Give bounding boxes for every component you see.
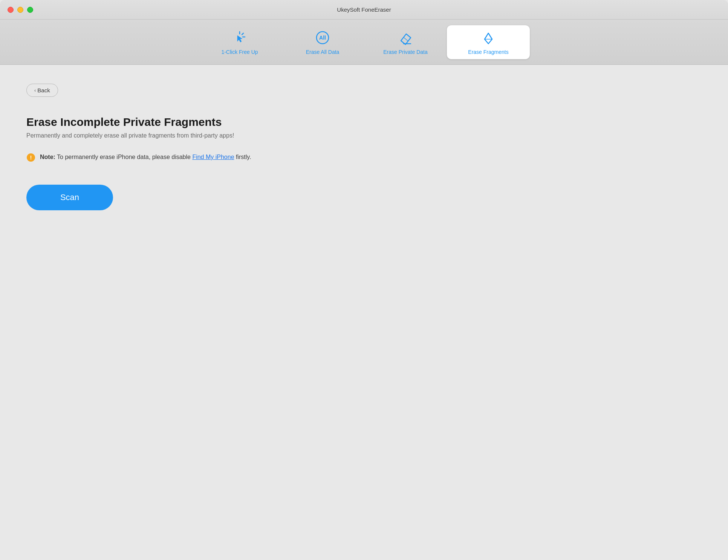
tab-erase-fragments[interactable]: Erase Fragments [447,25,530,59]
back-button-label: Back [37,87,50,93]
find-my-iphone-link[interactable]: Find My iPhone [192,154,234,160]
note-text: Note: To permanently erase iPhone data, … [40,153,251,162]
note-row: ! Note: To permanently erase iPhone data… [26,153,702,162]
section-subtitle: Permanently and completely erase all pri… [26,132,702,139]
tab-erase-all-data-label: Erase All Data [306,49,340,55]
note-body: To permanently erase iPhone data, please… [55,154,193,160]
tab-erase-private-data-label: Erase Private Data [383,49,428,55]
scan-button-label: Scan [60,193,79,202]
traffic-lights [8,7,33,13]
scan-button[interactable]: Scan [26,185,113,210]
section-title: Erase Incomplete Private Fragments [26,116,702,129]
tab-erase-all-data[interactable]: All Erase All Data [281,25,364,59]
app-window: UkeySoft FoneEraser 1-Click Free Up [0,0,728,560]
title-bar: UkeySoft FoneEraser [0,0,728,20]
maximize-button[interactable] [27,7,33,13]
tab-one-click-free-up-label: 1-Click Free Up [221,49,258,55]
minimize-button[interactable] [17,7,23,13]
note-suffix: firstly. [234,154,251,160]
svg-line-6 [404,37,408,41]
chevron-left-icon: ‹ [34,87,36,93]
tab-erase-private-data[interactable]: Erase Private Data [364,25,447,59]
erase-all-icon: All [314,29,331,46]
main-content: ‹ Back Erase Incomplete Private Fragment… [0,65,728,560]
erase-fragments-icon [480,29,497,46]
close-button[interactable] [8,7,14,13]
tab-one-click-free-up[interactable]: 1-Click Free Up [198,25,281,59]
svg-text:All: All [319,35,326,41]
cursor-click-icon [231,29,248,46]
toolbar: 1-Click Free Up All Erase All Data [0,20,728,65]
svg-text:!: ! [30,155,32,161]
tab-erase-fragments-label: Erase Fragments [468,49,508,55]
svg-line-1 [242,33,243,35]
warning-icon: ! [26,153,35,162]
window-title: UkeySoft FoneEraser [337,6,391,13]
back-button[interactable]: ‹ Back [26,84,58,97]
note-prefix: Note: [40,154,55,160]
erase-private-icon [397,29,414,46]
